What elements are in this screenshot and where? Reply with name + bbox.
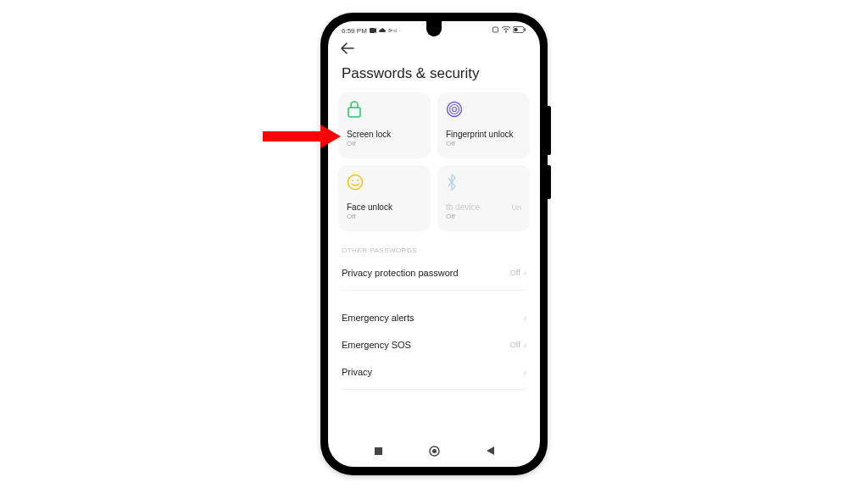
fingerprint-card[interactable]: Fingerprint unlock Off bbox=[437, 92, 530, 158]
card-label: Screen lock bbox=[347, 130, 422, 139]
home-button[interactable] bbox=[428, 445, 440, 457]
lock-icon bbox=[347, 101, 422, 121]
row-label: Privacy bbox=[342, 367, 372, 377]
card-status: Off bbox=[347, 213, 422, 220]
svg-rect-16 bbox=[375, 447, 382, 455]
security-card-grid: Screen lock Off Fingerprint unlock Off F… bbox=[328, 92, 540, 231]
card-label: Face unlock bbox=[347, 202, 422, 212]
svg-rect-1 bbox=[370, 28, 375, 33]
svg-point-14 bbox=[352, 180, 353, 181]
svg-marker-2 bbox=[375, 28, 376, 33]
face-icon bbox=[347, 174, 422, 194]
svg-point-12 bbox=[453, 108, 457, 112]
status-time: 6:59 PM bbox=[342, 27, 367, 35]
row-status: Off bbox=[510, 269, 520, 277]
signal-icon: ⊳◃ bbox=[388, 27, 397, 34]
page-title: Passwords & security bbox=[328, 62, 540, 92]
back-button[interactable] bbox=[340, 43, 357, 58]
section-header-other-passwords: OTHER PASSWORDS bbox=[328, 231, 540, 259]
svg-rect-8 bbox=[515, 28, 518, 31]
face-unlock-card[interactable]: Face unlock Off bbox=[338, 165, 431, 231]
cloud-icon bbox=[379, 27, 386, 35]
row-label: Privacy protection password bbox=[342, 268, 459, 278]
screen-lock-card[interactable]: Screen lock Off bbox=[338, 92, 431, 158]
card-status: Off bbox=[347, 140, 422, 147]
battery-icon bbox=[513, 26, 526, 35]
bluetooth-device-card[interactable]: th device Un Off bbox=[437, 165, 530, 231]
annotation-arrow bbox=[263, 120, 341, 152]
card-status: Off bbox=[446, 213, 521, 220]
power-button bbox=[548, 165, 551, 199]
emergency-sos-row[interactable]: Emergency SOS Off › bbox=[328, 331, 540, 358]
svg-rect-7 bbox=[525, 29, 526, 31]
svg-point-11 bbox=[450, 105, 459, 114]
fingerprint-icon bbox=[446, 101, 521, 121]
card-extra: Un bbox=[511, 203, 521, 212]
privacy-row[interactable]: Privacy › bbox=[328, 358, 540, 385]
navigation-bar bbox=[328, 440, 540, 462]
emergency-alerts-row[interactable]: Emergency alerts › bbox=[328, 304, 540, 331]
svg-point-18 bbox=[432, 449, 437, 453]
chevron-right-icon: › bbox=[524, 368, 526, 377]
camera-indicator-icon bbox=[370, 27, 376, 35]
svg-marker-0 bbox=[263, 125, 341, 148]
notch bbox=[426, 21, 442, 36]
privacy-protection-password-row[interactable]: Privacy protection password Off › bbox=[328, 259, 540, 286]
wifi-icon bbox=[502, 26, 510, 35]
row-status: Off bbox=[510, 341, 520, 349]
card-label: Fingerprint unlock bbox=[446, 130, 521, 139]
back-nav-button[interactable] bbox=[484, 445, 496, 457]
row-label: Emergency alerts bbox=[342, 313, 415, 323]
more-indicator: ·· bbox=[399, 28, 402, 33]
chevron-right-icon: › bbox=[524, 341, 526, 350]
row-label: Emergency SOS bbox=[342, 340, 411, 350]
svg-point-15 bbox=[357, 180, 359, 181]
divider bbox=[342, 290, 526, 291]
volume-button bbox=[548, 106, 551, 155]
card-status: Off bbox=[446, 140, 521, 147]
recents-button[interactable] bbox=[372, 445, 384, 457]
chevron-right-icon: › bbox=[524, 313, 526, 323]
alarm-icon bbox=[492, 26, 499, 35]
svg-rect-9 bbox=[348, 108, 360, 117]
divider bbox=[342, 389, 526, 390]
chevron-right-icon: › bbox=[524, 269, 526, 278]
phone-screen: 6:59 PM ⊳◃ ·· bbox=[328, 21, 540, 467]
phone-frame: 6:59 PM ⊳◃ ·· bbox=[320, 13, 548, 475]
svg-point-13 bbox=[348, 175, 363, 190]
svg-marker-19 bbox=[487, 446, 494, 455]
card-label: th device bbox=[446, 202, 480, 212]
svg-point-4 bbox=[495, 30, 496, 30]
svg-point-5 bbox=[505, 31, 507, 33]
bluetooth-icon bbox=[446, 174, 521, 194]
